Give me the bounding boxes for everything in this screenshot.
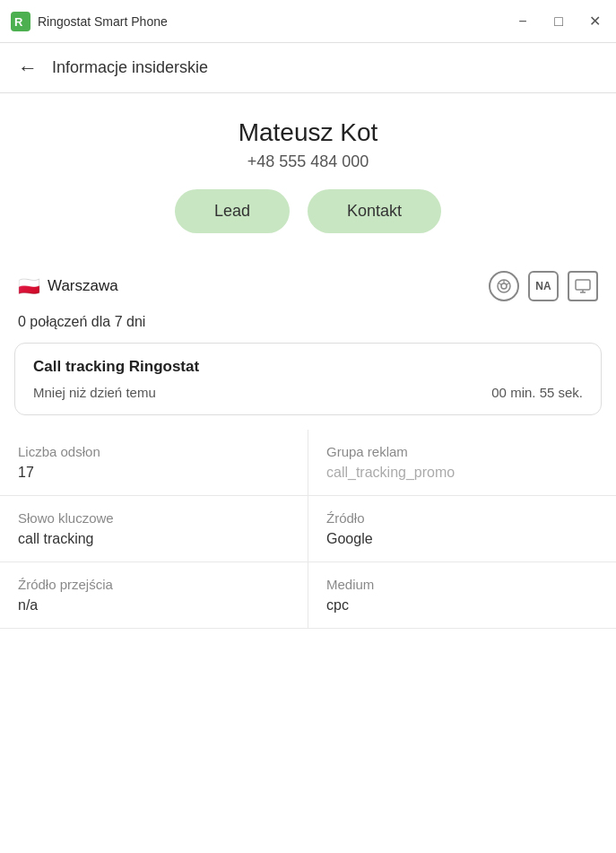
card-time-label: Mniej niż dzień temu: [33, 385, 156, 400]
action-buttons: Lead Kontakt: [18, 189, 598, 233]
stat-col-referer: Źródło przejścia n/a: [0, 562, 308, 628]
stats-section: Liczba odsłon 17 Grupa reklam call_track…: [0, 430, 616, 629]
na-badge: NA: [528, 271, 559, 301]
views-value: 17: [18, 465, 290, 481]
adgroup-value: call_tracking_promo: [326, 465, 598, 481]
maximize-button[interactable]: □: [548, 11, 569, 32]
card-row: Mniej niż dzień temu 00 min. 55 sek.: [33, 385, 583, 400]
referer-label: Źródło przejścia: [18, 577, 290, 592]
stat-col-views: Liczba odsłon 17: [0, 430, 308, 495]
keyword-label: Słowo kluczowe: [18, 510, 290, 526]
title-bar-left: R Ringostat Smart Phone: [11, 12, 168, 31]
svg-text:R: R: [14, 15, 23, 29]
contact-name: Mateusz Kot: [18, 118, 598, 147]
svg-line-5: [507, 283, 510, 285]
views-label: Liczba odsłon: [18, 444, 290, 459]
medium-label: Medium: [326, 577, 598, 592]
card-title: Call tracking Ringostat: [33, 358, 583, 376]
medium-value: cpc: [326, 597, 598, 614]
source-value: Google: [326, 531, 598, 547]
minimize-button[interactable]: −: [512, 11, 534, 32]
stats-row-2: Słowo kluczowe call tracking Źródło Goog…: [0, 496, 616, 562]
source-label: Źródło: [326, 510, 598, 526]
flag-icon: 🇵🇱: [18, 275, 40, 297]
stat-col-medium: Medium cpc: [308, 562, 616, 628]
app-title: Ringostat Smart Phone: [38, 14, 168, 29]
close-button[interactable]: ✕: [584, 11, 605, 32]
na-badge-text: NA: [535, 280, 551, 292]
stat-col-source: Źródło Google: [308, 496, 616, 561]
title-bar: R Ringostat Smart Phone − □ ✕: [0, 0, 616, 43]
sub-header: ← Informacje insiderskie: [0, 43, 616, 93]
card-duration: 00 min. 55 sek.: [491, 385, 583, 400]
city-info: 🇵🇱 Warszawa: [18, 275, 118, 297]
chrome-icon: [489, 271, 519, 301]
main-content: Mateusz Kot +48 555 484 000 Lead Kontakt…: [0, 93, 616, 853]
keyword-value: call tracking: [18, 531, 290, 547]
info-row: 🇵🇱 Warszawa NA: [0, 262, 616, 310]
sub-header-title: Informacje insiderskie: [52, 58, 208, 77]
svg-line-6: [499, 283, 502, 285]
adgroup-label: Grupa reklam: [326, 444, 598, 459]
window-controls: − □ ✕: [512, 11, 605, 32]
city-name: Warszawa: [48, 277, 118, 295]
contact-section: Mateusz Kot +48 555 484 000 Lead Kontakt: [0, 93, 616, 258]
lead-button[interactable]: Lead: [175, 189, 290, 233]
svg-rect-7: [576, 280, 590, 290]
stats-row-1: Liczba odsłon 17 Grupa reklam call_track…: [0, 430, 616, 496]
connection-count: 0 połączeń dla 7 dni: [0, 310, 616, 343]
icon-group: NA: [489, 271, 598, 301]
stat-col-keyword: Słowo kluczowe call tracking: [0, 496, 308, 561]
call-tracking-card: Call tracking Ringostat Mniej niż dzień …: [14, 343, 602, 415]
app-logo-icon: R: [11, 12, 30, 31]
contact-button[interactable]: Kontakt: [308, 189, 441, 233]
contact-phone: +48 555 484 000: [18, 152, 598, 171]
back-button[interactable]: ←: [18, 57, 38, 80]
monitor-icon: [568, 271, 598, 301]
svg-point-3: [501, 283, 507, 289]
stats-row-3: Źródło przejścia n/a Medium cpc: [0, 562, 616, 629]
stat-col-adgroup: Grupa reklam call_tracking_promo: [308, 430, 616, 495]
referer-value: n/a: [18, 597, 290, 614]
